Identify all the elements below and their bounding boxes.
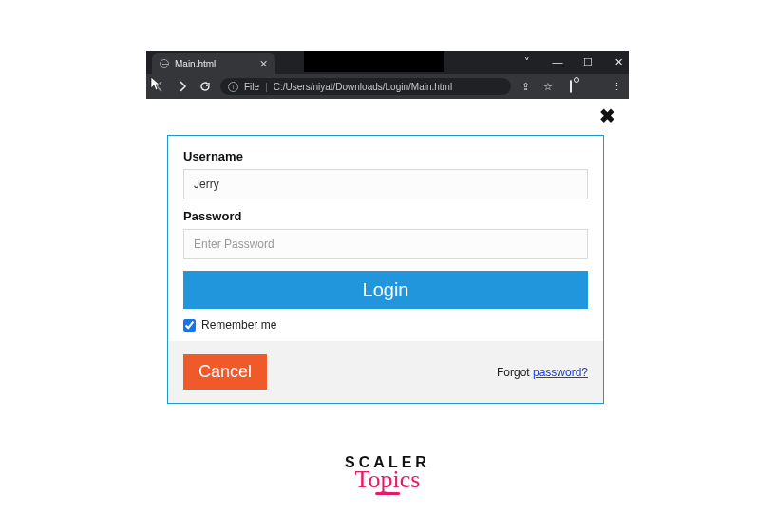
- chevron-down-icon[interactable]: ˅: [520, 56, 534, 68]
- remember-me-label: Remember me: [201, 318, 276, 332]
- minimize-button[interactable]: —: [551, 56, 564, 67]
- toolbar-right-icons: ⇪ ☆ ⋮: [519, 81, 623, 93]
- brand-logo: SCALER Topics: [345, 454, 430, 495]
- nav-forward-button[interactable]: [175, 79, 190, 94]
- password-label: Password: [183, 209, 588, 223]
- nav-reload-button[interactable]: [198, 79, 213, 94]
- brand-line2: Topics: [345, 466, 430, 494]
- extensions-icon[interactable]: [564, 81, 577, 92]
- remember-me-checkbox[interactable]: [183, 319, 196, 332]
- kebab-menu-icon[interactable]: ⋮: [610, 81, 623, 93]
- tab-close-icon[interactable]: ✕: [259, 59, 268, 69]
- nav-back-button[interactable]: [152, 79, 167, 94]
- close-icon[interactable]: ✖: [599, 104, 615, 127]
- tab-title: Main.html: [175, 59, 216, 69]
- forgot-password-link[interactable]: password?: [533, 366, 588, 379]
- browser-toolbar: i File | C:/Users/niyat/Downloads/Login/…: [146, 74, 629, 99]
- login-card-body: Username Password Login Remember me: [168, 136, 603, 341]
- globe-icon: [160, 59, 169, 68]
- window-close-button[interactable]: ✕: [612, 56, 625, 68]
- login-card-footer: Cancel Forgot password?: [168, 341, 603, 403]
- url-separator: |: [265, 82, 268, 92]
- password-input[interactable]: [183, 229, 588, 259]
- page-content: ✖ Username Password Login Remember me Ca…: [146, 99, 629, 411]
- username-label: Username: [183, 149, 588, 163]
- url-path: C:/Users/niyat/Downloads/Login/Main.html: [274, 82, 452, 92]
- maximize-button[interactable]: ☐: [581, 56, 595, 68]
- url-scheme: File: [244, 82, 259, 92]
- redaction-bar: [304, 51, 444, 72]
- login-card: Username Password Login Remember me Canc…: [167, 135, 604, 404]
- site-info-icon[interactable]: i: [228, 82, 238, 92]
- remember-me-row[interactable]: Remember me: [183, 318, 588, 332]
- login-button[interactable]: Login: [183, 271, 588, 309]
- browser-tab[interactable]: Main.html ✕: [152, 53, 275, 74]
- bookmark-star-icon[interactable]: ☆: [541, 81, 555, 93]
- forgot-prefix: Forgot: [497, 366, 533, 379]
- address-bar[interactable]: i File | C:/Users/niyat/Downloads/Login/…: [220, 78, 511, 95]
- browser-window: Main.html ✕ ˅ — ☐ ✕ i File | C:/Users/ni…: [146, 51, 629, 411]
- cancel-button[interactable]: Cancel: [183, 354, 267, 390]
- window-controls: ˅ — ☐ ✕: [520, 51, 625, 72]
- username-input[interactable]: [183, 169, 588, 200]
- share-icon[interactable]: ⇪: [519, 81, 532, 93]
- browser-titlebar: Main.html ✕ ˅ — ☐ ✕: [146, 51, 629, 74]
- forgot-password-text: Forgot password?: [497, 366, 588, 379]
